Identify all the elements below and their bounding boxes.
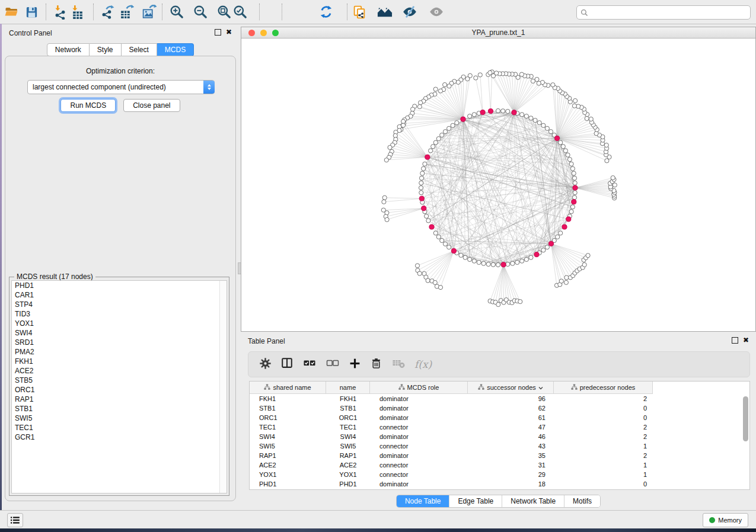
mcds-result-item[interactable]: SWI4 (12, 328, 227, 338)
run-mcds-button[interactable]: Run MCDS (60, 99, 116, 112)
graph-node[interactable] (529, 116, 533, 120)
graph-node[interactable] (533, 118, 537, 123)
graph-node[interactable] (420, 171, 425, 175)
graph-mcds-hub-node[interactable] (488, 109, 493, 114)
graph-leaf-node[interactable] (456, 80, 460, 84)
graph-node[interactable] (455, 121, 459, 125)
column-header-shared-name[interactable]: shared name (250, 382, 326, 393)
mcds-result-item[interactable]: ORC1 (12, 385, 227, 395)
graph-leaf-node[interactable] (438, 286, 442, 290)
table-row[interactable]: STB1STB1dominator620 (250, 403, 749, 413)
mcds-result-item[interactable]: ACE2 (12, 366, 227, 376)
graph-node[interactable] (524, 114, 528, 118)
graph-node[interactable] (559, 231, 563, 235)
show-view-eye-icon[interactable] (429, 4, 444, 20)
graph-mcds-hub-node[interactable] (572, 200, 576, 204)
graph-node[interactable] (524, 257, 528, 261)
graph-mcds-hub-node[interactable] (480, 110, 485, 115)
export-image-icon[interactable] (141, 4, 157, 20)
table-row[interactable]: YOX1YOX1connector291 (250, 470, 749, 479)
close-panel-button[interactable]: Close panel (123, 99, 180, 112)
graph-leaf-node[interactable] (382, 196, 387, 200)
mcds-result-item[interactable]: GCR1 (12, 432, 227, 442)
graph-mcds-hub-node[interactable] (461, 117, 465, 121)
graph-node[interactable] (537, 121, 541, 125)
graph-leaf-node[interactable] (531, 79, 535, 83)
optimization-criterion-select[interactable]: largest connected component (undirected) (27, 80, 215, 94)
tab-network[interactable]: Network (47, 43, 90, 56)
import-network-icon[interactable] (52, 4, 68, 20)
graph-mcds-hub-node[interactable] (562, 225, 567, 229)
graph-node[interactable] (572, 196, 576, 200)
tab-select[interactable]: Select (122, 43, 157, 56)
graph-leaf-node[interactable] (519, 72, 524, 76)
graph-node[interactable] (496, 108, 500, 113)
graph-node[interactable] (570, 166, 575, 171)
graph-node[interactable] (566, 153, 570, 157)
table-vertical-scrollbar[interactable] (743, 395, 748, 488)
graph-leaf-node[interactable] (411, 107, 415, 111)
table-row[interactable]: SWI5SWI5connector431 (250, 441, 749, 451)
memory-button[interactable]: Memory (703, 513, 748, 527)
graph-mcds-hub-node[interactable] (422, 206, 426, 211)
graph-node[interactable] (569, 210, 573, 214)
graph-leaf-node[interactable] (605, 159, 609, 163)
mcds-result-item[interactable]: FKH1 (12, 357, 227, 366)
graph-node[interactable] (541, 248, 546, 252)
graph-node[interactable] (419, 181, 423, 185)
graph-leaf-node[interactable] (415, 264, 419, 268)
graph-mcds-hub-node[interactable] (451, 248, 456, 253)
graph-node[interactable] (506, 109, 510, 113)
result-list-scrollbar[interactable] (219, 281, 227, 493)
mcds-result-item[interactable]: STP4 (12, 300, 227, 309)
mcds-result-item[interactable]: PMA2 (12, 347, 227, 357)
network-canvas[interactable] (241, 39, 755, 331)
table-row[interactable]: FKH1FKH1dominator962 (250, 394, 749, 403)
float-panel-icon[interactable] (215, 29, 221, 36)
graph-node[interactable] (468, 257, 472, 261)
graph-node[interactable] (468, 114, 472, 118)
graph-node[interactable] (573, 181, 577, 185)
graph-node[interactable] (459, 253, 463, 257)
graph-node[interactable] (501, 109, 505, 113)
export-network-icon[interactable] (100, 4, 115, 20)
graph-leaf-node[interactable] (572, 104, 576, 108)
graph-node[interactable] (429, 149, 433, 153)
tab-edge-table[interactable]: Edge Table (449, 495, 502, 507)
zoom-in-icon[interactable] (169, 4, 184, 20)
graph-node[interactable] (520, 113, 524, 117)
graph-node[interactable] (541, 123, 546, 127)
graph-node[interactable] (451, 123, 455, 127)
graph-leaf-node[interactable] (518, 300, 522, 304)
graph-node[interactable] (472, 113, 476, 117)
graph-node[interactable] (529, 255, 533, 259)
graph-node[interactable] (463, 255, 467, 259)
graph-leaf-node[interactable] (433, 87, 438, 91)
refresh-layout-icon[interactable] (318, 4, 334, 20)
graph-mcds-hub-node[interactable] (419, 196, 424, 201)
column-header-predecessor-nodes[interactable]: predecessor nodes (554, 382, 653, 393)
graph-leaf-node[interactable] (419, 101, 423, 105)
graph-leaf-node[interactable] (465, 77, 470, 81)
graph-leaf-node[interactable] (551, 83, 555, 87)
graph-leaf-node[interactable] (401, 119, 406, 123)
mcds-result-item[interactable]: TID3 (12, 309, 227, 319)
graph-leaf-node[interactable] (382, 200, 386, 204)
delete-column-trash-icon[interactable] (370, 357, 382, 372)
graph-node[interactable] (496, 262, 500, 267)
table-row[interactable]: SWI4SWI4dominator462 (250, 432, 749, 441)
graph-leaf-node[interactable] (388, 145, 392, 149)
graph-leaf-node[interactable] (535, 77, 539, 81)
graph-node[interactable] (419, 191, 423, 195)
graph-node[interactable] (422, 166, 426, 171)
mcds-result-item[interactable]: STB5 (12, 376, 227, 385)
hide-view-eye-slash-icon[interactable] (402, 4, 417, 20)
table-row[interactable]: ORC1ORC1dominator610 (250, 413, 749, 422)
graph-node[interactable] (561, 145, 565, 149)
network-titlebar[interactable]: YPA_prune.txt_1 (241, 27, 755, 39)
column-header-MCDS-role[interactable]: MCDS role (370, 382, 468, 393)
graph-node[interactable] (548, 130, 553, 134)
graph-leaf-node[interactable] (474, 76, 478, 80)
graph-leaf-node[interactable] (559, 279, 563, 283)
graph-leaf-node[interactable] (384, 158, 388, 162)
